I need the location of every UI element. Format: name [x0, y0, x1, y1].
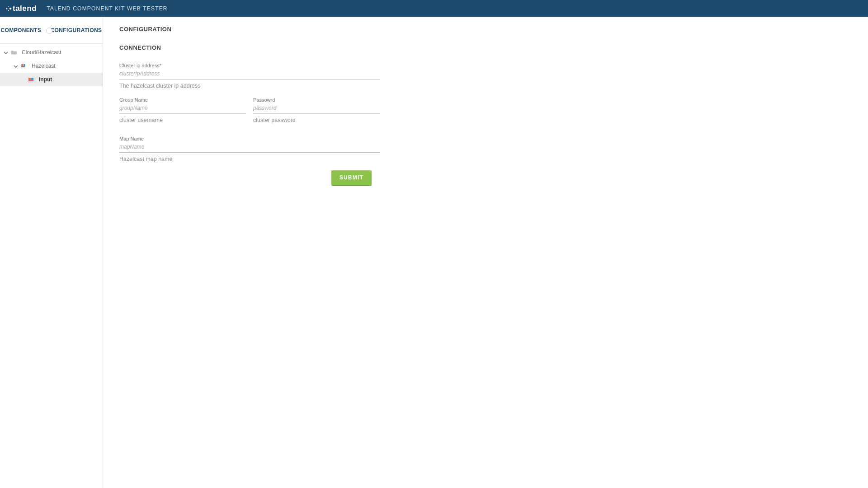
section-title-configuration: CONFIGURATION [119, 26, 380, 33]
main-panel: CONFIGURATION CONNECTION Cluster ip addr… [103, 17, 868, 488]
field-group-name: Group Name cluster username [119, 97, 246, 123]
tree-node-cloud-hazelcast[interactable]: Cloud/Hazelcast [0, 46, 103, 59]
talend-logo-icon [5, 5, 12, 12]
input-password[interactable] [253, 103, 380, 114]
help-password: cluster password [253, 117, 380, 123]
help-cluster-ip: The hazelcast cluster ip address [119, 83, 380, 89]
field-cluster-ip: Cluster ip address* The hazelcast cluste… [119, 63, 380, 89]
tree-node-label: Input [39, 76, 52, 83]
brand-name: talend [13, 4, 37, 13]
field-password: Passowrd cluster password [253, 97, 380, 123]
tree-node-label: Hazelcast [32, 63, 56, 69]
svg-point-1 [8, 6, 9, 7]
tree-node-input[interactable]: Input [0, 73, 103, 86]
svg-rect-8 [31, 78, 33, 80]
help-map-name: Hazelcast map name [119, 156, 380, 162]
chevron-down-icon [14, 64, 18, 68]
label-cluster-ip: Cluster ip address* [119, 63, 380, 68]
svg-point-3 [8, 10, 9, 11]
tree-node-label: Cloud/Hazelcast [22, 49, 61, 56]
section-title-connection: CONNECTION [119, 44, 380, 51]
input-group-name[interactable] [119, 103, 246, 114]
app-title: TALEND COMPONENT KIT WEB TESTER [47, 5, 168, 12]
svg-rect-4 [21, 64, 23, 66]
submit-button[interactable]: SUBMIT [331, 170, 372, 186]
tab-configurations[interactable]: CONFIGURATIONS [50, 27, 102, 33]
label-group-name: Group Name [119, 97, 246, 103]
component-group-icon [21, 63, 27, 69]
svg-point-2 [9, 7, 11, 9]
input-cluster-ip[interactable] [119, 69, 380, 80]
label-map-name: Map Name [119, 136, 380, 141]
input-map-name[interactable] [119, 142, 380, 153]
component-tree: Cloud/Hazelcast Hazelcast Input [0, 44, 103, 86]
app-header: talend TALEND COMPONENT KIT WEB TESTER [0, 0, 868, 17]
sidebar: COMPONENTS CONFIGURATIONS Cloud/Hazelcas… [0, 17, 103, 488]
help-group-name: cluster username [119, 117, 246, 123]
svg-rect-5 [24, 64, 25, 66]
brand-logo: talend [5, 4, 37, 13]
folder-icon [11, 49, 17, 56]
svg-rect-7 [28, 78, 31, 80]
tree-node-hazelcast[interactable]: Hazelcast [0, 59, 103, 73]
input-component-icon [28, 76, 34, 83]
svg-point-0 [6, 8, 8, 9]
sidebar-tabs: COMPONENTS CONFIGURATIONS [0, 17, 103, 44]
label-password: Passowrd [253, 97, 380, 103]
svg-rect-6 [21, 66, 25, 67]
field-map-name: Map Name Hazelcast map name [119, 136, 380, 162]
svg-rect-9 [28, 80, 33, 81]
chevron-down-icon [4, 50, 8, 55]
tab-components[interactable]: COMPONENTS [0, 27, 41, 33]
